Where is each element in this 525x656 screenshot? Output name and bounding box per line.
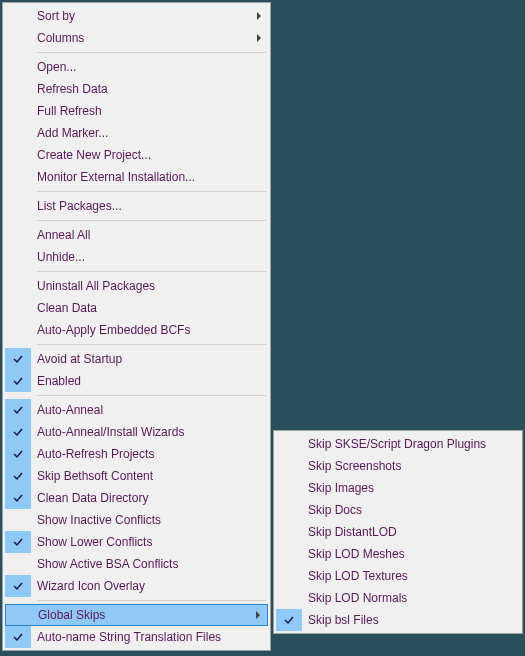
menu-item-auto-anneal[interactable]: Auto-Anneal [5,399,268,421]
menu-item-skip-skse-script-dragon-plugins[interactable]: Skip SKSE/Script Dragon Plugins [276,433,520,455]
checkmark-slot [5,553,31,575]
menu-item-label: Columns [31,31,250,45]
menu-item-skip-images[interactable]: Skip Images [276,477,520,499]
menu-item-show-lower-conflicts[interactable]: Show Lower Conflicts [5,531,268,553]
menu-item-label: Show Lower Conflicts [31,535,250,549]
menu-separator [37,52,266,53]
menu-item-refresh-data[interactable]: Refresh Data [5,78,268,100]
menu-item-label: Add Marker... [31,126,250,140]
menu-item-clean-data-directory[interactable]: Clean Data Directory [5,487,268,509]
menu-item-skip-bethsoft-content[interactable]: Skip Bethsoft Content [5,465,268,487]
checkmark-slot [5,531,31,553]
checkmark-slot [5,27,31,49]
checkmark-slot [5,319,31,341]
menu-item-label: Sort by [31,9,250,23]
menu-item-skip-screenshots[interactable]: Skip Screenshots [276,455,520,477]
menu-item-skip-lod-normals[interactable]: Skip LOD Normals [276,587,520,609]
checkmark-slot [5,5,31,27]
menu-item-clean-data[interactable]: Clean Data [5,297,268,319]
menu-item-label: Skip Images [302,481,502,495]
checkmark-slot [5,144,31,166]
menu-item-anneal-all[interactable]: Anneal All [5,224,268,246]
check-icon [12,580,24,592]
checkmark-slot [276,565,302,587]
menu-item-label: Auto-Anneal/Install Wizards [31,425,250,439]
menu-item-label: Skip LOD Normals [302,591,502,605]
check-icon [12,470,24,482]
menu-item-label: Skip Docs [302,503,502,517]
check-icon [12,631,24,643]
checkmark-slot [276,587,302,609]
submenu-arrow-icon [250,33,268,43]
menu-item-full-refresh[interactable]: Full Refresh [5,100,268,122]
check-icon [12,448,24,460]
checkmark-slot [5,399,31,421]
checkmark-slot [276,521,302,543]
menu-item-show-active-bsa-conflicts[interactable]: Show Active BSA Conflicts [5,553,268,575]
menu-item-label: Skip SKSE/Script Dragon Plugins [302,437,502,451]
menu-item-columns[interactable]: Columns [5,27,268,49]
menu-item-label: Skip Bethsoft Content [31,469,250,483]
checkmark-slot [5,370,31,392]
menu-separator [37,395,266,396]
menu-item-skip-lod-meshes[interactable]: Skip LOD Meshes [276,543,520,565]
menu-item-label: Global Skips [32,608,249,622]
checkmark-slot [6,605,32,625]
checkmark-slot [5,443,31,465]
menu-item-label: Avoid at Startup [31,352,250,366]
menu-item-sort-by[interactable]: Sort by [5,5,268,27]
menu-item-open[interactable]: Open... [5,56,268,78]
menu-item-label: Skip DistantLOD [302,525,502,539]
menu-item-skip-docs[interactable]: Skip Docs [276,499,520,521]
menu-item-skip-distantlod[interactable]: Skip DistantLOD [276,521,520,543]
menu-item-auto-apply-embedded-bcfs[interactable]: Auto-Apply Embedded BCFs [5,319,268,341]
menu-item-auto-refresh-projects[interactable]: Auto-Refresh Projects [5,443,268,465]
checkmark-slot [276,433,302,455]
menu-item-label: Open... [31,60,250,74]
menu-item-label: Anneal All [31,228,250,242]
menu-item-auto-anneal-install-wizards[interactable]: Auto-Anneal/Install Wizards [5,421,268,443]
menu-item-skip-lod-textures[interactable]: Skip LOD Textures [276,565,520,587]
menu-item-label: Skip Screenshots [302,459,502,473]
menu-item-label: Uninstall All Packages [31,279,250,293]
global-skips-submenu[interactable]: Skip SKSE/Script Dragon PluginsSkip Scre… [273,430,523,634]
menu-item-skip-bsl-files[interactable]: Skip bsl Files [276,609,520,631]
checkmark-slot [5,56,31,78]
checkmark-slot [5,224,31,246]
check-icon [12,426,24,438]
menu-item-label: Monitor External Installation... [31,170,250,184]
menu-item-label: Wizard Icon Overlay [31,579,250,593]
menu-item-label: Skip LOD Meshes [302,547,502,561]
menu-item-wizard-icon-overlay[interactable]: Wizard Icon Overlay [5,575,268,597]
menu-item-label: Clean Data [31,301,250,315]
menu-item-uninstall-all-packages[interactable]: Uninstall All Packages [5,275,268,297]
menu-item-label: Enabled [31,374,250,388]
menu-item-avoid-at-startup[interactable]: Avoid at Startup [5,348,268,370]
menu-item-label: Create New Project... [31,148,250,162]
menu-item-label: Auto-Anneal [31,403,250,417]
menu-separator [37,271,266,272]
menu-item-enabled[interactable]: Enabled [5,370,268,392]
menu-item-list-packages[interactable]: List Packages... [5,195,268,217]
checkmark-slot [5,626,31,648]
checkmark-slot [5,575,31,597]
menu-item-label: Skip bsl Files [302,613,502,627]
menu-item-auto-name-string-translation-files[interactable]: Auto-name String Translation Files [5,626,268,648]
menu-item-add-marker[interactable]: Add Marker... [5,122,268,144]
menu-item-show-inactive-conflicts[interactable]: Show Inactive Conflicts [5,509,268,531]
menu-item-global-skips[interactable]: Global Skips [5,604,268,626]
menu-item-label: Skip LOD Textures [302,569,502,583]
checkmark-slot [5,487,31,509]
menu-item-unhide[interactable]: Unhide... [5,246,268,268]
checkmark-slot [5,195,31,217]
menu-item-monitor-external-installation[interactable]: Monitor External Installation... [5,166,268,188]
checkmark-slot [276,455,302,477]
menu-item-label: Auto-Refresh Projects [31,447,250,461]
submenu-arrow-icon [249,610,267,620]
context-menu[interactable]: Sort byColumnsOpen...Refresh DataFull Re… [2,2,271,651]
menu-item-create-new-project[interactable]: Create New Project... [5,144,268,166]
menu-item-label: List Packages... [31,199,250,213]
checkmark-slot [5,348,31,370]
menu-item-label: Full Refresh [31,104,250,118]
menu-separator [37,191,266,192]
